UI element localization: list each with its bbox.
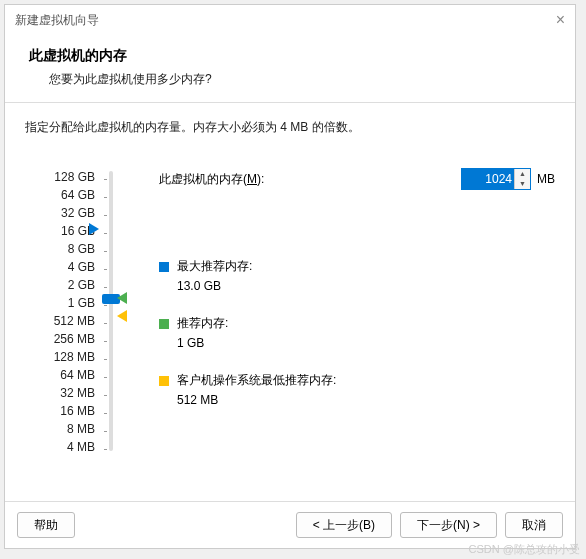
footer: 帮助 < 上一步(B) 下一步(N) > 取消 (5, 501, 575, 548)
title-bar: 新建虚拟机向导 × (5, 5, 575, 35)
scale-tick-label: 1 GB (25, 294, 95, 312)
memory-label: 此虚拟机的内存(M): (159, 171, 461, 188)
scale-tick-label: 16 GB (25, 222, 95, 240)
description: 指定分配给此虚拟机的内存量。内存大小必须为 4 MB 的倍数。 (25, 119, 555, 136)
content: 指定分配给此虚拟机的内存量。内存大小必须为 4 MB 的倍数。 128 GB64… (5, 103, 575, 466)
back-button[interactable]: < 上一步(B) (296, 512, 392, 538)
scale-tick-label: 8 MB (25, 420, 95, 438)
memory-input[interactable] (462, 169, 514, 189)
window-title: 新建虚拟机向导 (15, 12, 99, 29)
square-icon (159, 262, 169, 272)
scale-tick-label: 128 MB (25, 348, 95, 366)
min-pointer-icon (117, 310, 127, 322)
legend-max: 最大推荐内存: 13.0 GB (159, 258, 555, 293)
slider-track (109, 171, 113, 451)
scale-labels: 128 GB64 GB32 GB16 GB8 GB4 GB2 GB1 GB512… (25, 168, 95, 456)
scale-tick-label: 4 MB (25, 438, 95, 456)
max-pointer-icon (89, 223, 99, 235)
scale-tick-label: 2 GB (25, 276, 95, 294)
memory-slider[interactable] (95, 168, 135, 456)
square-icon (159, 376, 169, 386)
help-button[interactable]: 帮助 (17, 512, 75, 538)
scale-tick-label: 32 GB (25, 204, 95, 222)
scale-tick-label: 256 MB (25, 330, 95, 348)
info-column: 此虚拟机的内存(M): ▲ ▼ MB (135, 168, 555, 456)
scale-tick-label: 8 GB (25, 240, 95, 258)
close-icon[interactable]: × (556, 11, 565, 29)
scale-tick-label: 4 GB (25, 258, 95, 276)
spinner-up-icon[interactable]: ▲ (515, 169, 530, 179)
wizard-dialog: 新建虚拟机向导 × 此虚拟机的内存 您要为此虚拟机使用多少内存? 指定分配给此虚… (4, 4, 576, 549)
scale-tick-label: 512 MB (25, 312, 95, 330)
square-icon (159, 319, 169, 329)
spinner-down-icon[interactable]: ▼ (515, 179, 530, 189)
scale-tick-label: 128 GB (25, 168, 95, 186)
header: 此虚拟机的内存 您要为此虚拟机使用多少内存? (5, 35, 575, 103)
memory-unit: MB (537, 172, 555, 186)
memory-spinner[interactable]: ▲ ▼ (461, 168, 531, 190)
legend-min: 客户机操作系统最低推荐内存: 512 MB (159, 372, 555, 407)
scale-tick-label: 64 GB (25, 186, 95, 204)
scale-tick-label: 64 MB (25, 366, 95, 384)
scale-tick-label: 32 MB (25, 384, 95, 402)
page-subtitle: 您要为此虚拟机使用多少内存? (49, 71, 551, 88)
next-button[interactable]: 下一步(N) > (400, 512, 497, 538)
recommended-pointer-icon (117, 292, 127, 304)
page-title: 此虚拟机的内存 (29, 47, 551, 65)
scale-tick-label: 16 MB (25, 402, 95, 420)
legend-recommended: 推荐内存: 1 GB (159, 315, 555, 350)
cancel-button[interactable]: 取消 (505, 512, 563, 538)
watermark: CSDN @陈总攻的小受 (469, 542, 580, 557)
